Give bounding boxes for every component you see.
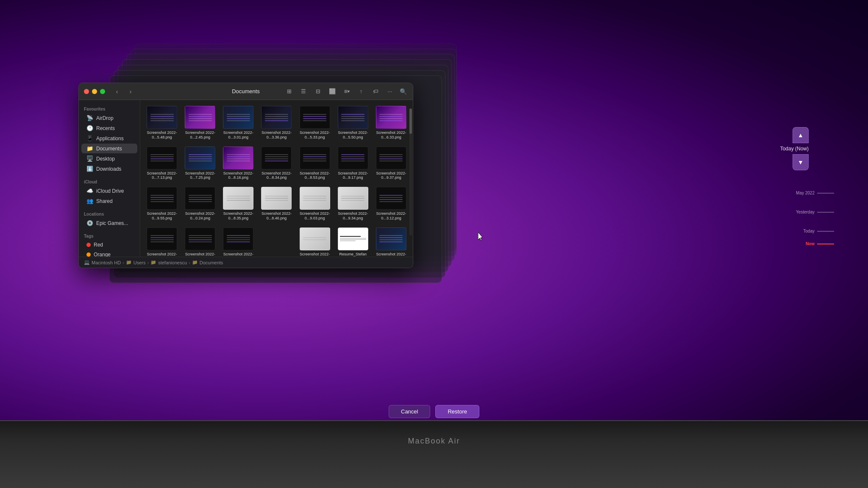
cancel-button[interactable]: Cancel [389,405,430,418]
sidebar-item-documents[interactable]: 📁 Documents [81,144,137,153]
tag-orange-dot [86,252,91,257]
tag-button[interactable]: 🏷 [370,87,381,96]
file-thumbnail [223,147,253,169]
restore-button[interactable]: Restore [435,405,479,418]
list-item[interactable]: Screenshot 2022-0...7.13.png [144,144,180,183]
sidebar-label-shared: Shared [96,198,113,204]
list-item[interactable]: Screenshot 2022-0...2.45.png [182,103,218,142]
icon-view-button[interactable]: ⊞ [283,87,295,96]
list-item[interactable]: Screenshot 2022-0...2.32.png [297,225,333,257]
list-item[interactable]: Screenshot 2022-0...17.16.png [373,225,409,257]
file-thumbnail [261,106,292,129]
close-button[interactable] [84,89,89,94]
file-name: Screenshot 2022-0...8.53.png [299,171,331,180]
list-view-button[interactable]: ☰ [298,87,309,96]
list-item[interactable]: Screenshot 2022-0...8.16.png [220,144,256,183]
file-name: Screenshot 2022-0...3.43.png [146,252,178,257]
file-name: Screenshot 2022-0...6.33.png [375,130,407,140]
list-item[interactable]: Screenshot 2022-0...3.12.png [373,184,409,223]
breadcrumb-users[interactable]: 📁 Users [126,260,146,265]
list-item[interactable]: Screenshot 2022-0...3.43.png [144,225,180,257]
sidebar-item-shared[interactable]: 👥 Shared [81,196,137,206]
list-item[interactable]: Screenshot 2022-0...9.17.png [335,144,371,183]
list-item[interactable]: Screenshot 2022-0...0.24.png [182,184,218,223]
sidebar: Favourites 📡 AirDrop 🕐 Recents 📱 Applica… [79,100,140,257]
scrollbar-thumb[interactable] [409,108,412,134]
breadcrumb-bar: 💻 Macintosh HD › 📁 Users › 📁 stefaniones… [79,257,413,268]
timeline-line-yesterday [817,212,834,213]
list-item[interactable]: Screenshot 2022-0...8.53.png [297,144,333,183]
sidebar-item-recents[interactable]: 🕐 Recents [81,123,137,133]
time-machine-up-button[interactable]: ▲ [793,127,809,143]
file-thumbnail [300,106,330,129]
sidebar-item-epic-games[interactable]: 💿 Epic Games... [81,218,137,228]
sidebar-item-tag-red[interactable]: Red [81,240,137,250]
epic-games-icon: 💿 [86,220,93,226]
list-item-rtf[interactable]: Resume_Stefan Ionescu.rtf [335,225,371,257]
list-item[interactable]: Screenshot 2022-0...8.34.png [258,144,295,183]
search-button[interactable]: 🔍 [398,87,408,96]
list-item[interactable]: Screenshot 2022-0...5.48.png [144,103,180,142]
file-name: Screenshot 2022-0...3.01.png [223,130,254,140]
group-button[interactable]: ⊞▾ [341,87,353,96]
sidebar-label-desktop: Desktop [96,156,115,162]
breadcrumb-macintosh-hd[interactable]: 💻 Macintosh HD [84,260,121,265]
gallery-view-button[interactable]: ⬜ [326,87,338,96]
sidebar-item-desktop[interactable]: 🖥️ Desktop [81,154,137,164]
search-icon: 🔍 [400,88,407,95]
forward-icon: › [130,88,132,95]
list-item[interactable]: Screenshot 2022-0...4.11.png [220,225,256,257]
time-machine-down-button[interactable]: ▼ [793,154,809,170]
file-thumbnail [147,187,177,210]
file-thumbnail [338,106,368,129]
column-view-button[interactable]: ⊟ [312,87,324,96]
breadcrumb-sep-1: › [122,260,124,265]
sidebar-label-documents: Documents [96,146,122,152]
airdrop-icon: 📡 [86,115,93,121]
list-item[interactable]: Screenshot 2022-0...9.34.png [335,184,371,223]
list-item[interactable]: Screenshot 2022-0...6.33.png [373,103,409,142]
time-machine-timeline: May 2022 Yesterday Today Now [796,191,834,246]
file-name-rtf: Resume_Stefan Ionescu.rtf [337,252,369,257]
list-item-empty [258,225,295,257]
back-button[interactable]: ‹ [112,86,122,97]
sidebar-item-airdrop[interactable]: 📡 AirDrop [81,113,137,123]
file-name: Screenshot 2022-0...9.34.png [337,211,369,221]
window-title: Documents [232,88,260,94]
list-item[interactable]: Screenshot 2022-0...9.03.png [297,184,333,223]
forward-button[interactable]: › [125,86,136,97]
file-thumbnail [261,187,292,210]
file-name: Screenshot 2022-0...2.32.png [299,252,331,257]
documents-icon: 📁 [86,145,93,152]
more-button[interactable]: ··· [384,87,396,96]
sidebar-item-icloud-drive[interactable]: ☁️ iCloud Drive [81,186,137,196]
file-thumbnail [338,187,368,210]
tags-section-title: Tags [79,231,140,240]
minimize-button[interactable] [92,89,97,94]
user-folder-icon: 📁 [150,260,156,265]
file-name: Screenshot 2022-0...8.34.png [261,171,292,180]
list-item[interactable]: Screenshot 2022-0...8.35.png [220,184,256,223]
file-thumbnail [376,147,406,169]
list-item[interactable]: Screenshot 2022-0...3.01.png [220,103,256,142]
list-item[interactable]: Screenshot 2022-0...3.36.png [258,103,295,142]
list-item[interactable]: Screenshot 2022-0...8.46.png [258,184,295,223]
maximize-button[interactable] [100,89,105,94]
sidebar-item-applications[interactable]: 📱 Applications [81,133,137,143]
down-arrow-icon: ▼ [798,159,804,166]
list-item[interactable]: Screenshot 2022-0...9.55.png [144,184,180,223]
sidebar-item-downloads[interactable]: ⬇️ Downloads [81,164,137,174]
shared-icon: 👥 [86,198,93,204]
file-name: Screenshot 2022-0...0.24.png [184,211,216,221]
sidebar-item-tag-orange[interactable]: Orange [81,250,137,257]
breadcrumb-stefanionescu[interactable]: 📁 stefanionescu [150,260,187,265]
share-button[interactable]: ↑ [355,87,367,96]
list-item[interactable]: Screenshot 2022-0...5.33.png [297,103,333,142]
macbook-bezel: MacBook Air [0,420,868,488]
list-item[interactable]: Screenshot 2022-0...5.50.png [335,103,371,142]
list-item[interactable]: Screenshot 2022-0...3.59.png [182,225,218,257]
time-machine-controls: ▲ Today (Now) ▼ [780,127,809,170]
breadcrumb-documents[interactable]: 📁 Documents [192,260,223,265]
list-item[interactable]: Screenshot 2022-0...7.25.png [182,144,218,183]
list-item[interactable]: Screenshot 2022-0...9.37.png [373,144,409,183]
